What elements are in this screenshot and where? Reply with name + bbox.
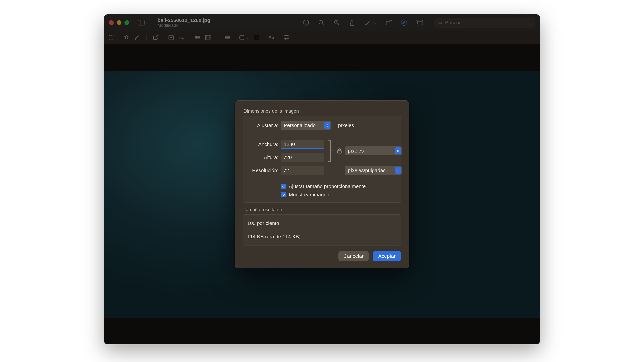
- checkbox-checked-icon: [281, 184, 286, 189]
- adjust-color-icon[interactable]: [194, 34, 200, 41]
- fit-unit-label: píxeles: [338, 122, 402, 128]
- accept-button[interactable]: Aceptar: [373, 251, 401, 261]
- fit-to-select-value: Personalizado: [284, 122, 316, 128]
- height-label: Altura:: [248, 155, 278, 160]
- svg-rect-34: [284, 35, 289, 38]
- svg-line-9: [338, 23, 339, 25]
- titlebar: ⌄ ball-2560612_1280.jpg Modificado: [104, 14, 540, 31]
- instant-alpha-icon[interactable]: [124, 34, 129, 41]
- svg-rect-29: [206, 36, 209, 39]
- window-controls: [109, 20, 129, 25]
- svg-point-27: [196, 38, 197, 39]
- dimensions-section-label: Dimensiones de la imagen: [244, 108, 401, 114]
- resolution-label: Resolución:: [248, 168, 278, 173]
- result-section-label: Tamaño resultante: [244, 207, 401, 212]
- chevron-down-icon[interactable]: ⌄: [276, 36, 278, 39]
- select-arrows-icon: ▲▼: [395, 147, 401, 154]
- result-group: 100 por ciento 114 KB (era de 114 KB): [243, 214, 401, 246]
- minimize-window-button[interactable]: [117, 20, 122, 25]
- svg-rect-12: [386, 21, 390, 25]
- preview-app-window: ⌄ ball-2560612_1280.jpg Modificado: [104, 14, 540, 345]
- resolution-unit-select[interactable]: píxeles/pulgadas ▲▼: [345, 166, 402, 175]
- resample-image-checkbox[interactable]: Muestrear imagen: [281, 192, 402, 198]
- fill-color-icon[interactable]: [254, 34, 259, 41]
- annotate-icon[interactable]: [284, 34, 289, 41]
- letterbox: [104, 44, 540, 71]
- divider: [218, 34, 218, 40]
- crop-icon[interactable]: [415, 18, 424, 27]
- cancel-button[interactable]: Cancelar: [338, 251, 368, 261]
- height-input[interactable]: 720: [281, 153, 324, 162]
- dimensions-group: Ajustar a: Personalizado ▲▼ píxeles Anch…: [243, 116, 401, 203]
- chevron-down-icon[interactable]: ⌄: [374, 21, 377, 25]
- svg-point-16: [439, 21, 442, 24]
- search-placeholder: Buscar: [445, 20, 461, 25]
- info-icon[interactable]: [302, 18, 310, 27]
- svg-rect-35: [338, 150, 341, 153]
- svg-point-13: [401, 20, 407, 25]
- titlebar-tools: ⌄: [302, 18, 424, 27]
- svg-line-6: [322, 23, 324, 25]
- highlighter-icon: [364, 18, 372, 27]
- dimension-unit-select[interactable]: píxeles ▲▼: [345, 146, 402, 155]
- text-tool-icon[interactable]: [168, 34, 174, 41]
- height-value: 720: [284, 155, 292, 160]
- width-input[interactable]: 1280: [281, 140, 324, 149]
- divider: [373, 19, 374, 26]
- svg-line-17: [441, 23, 442, 24]
- border-color-icon[interactable]: [239, 34, 244, 41]
- chevron-down-icon[interactable]: ⌄: [116, 36, 118, 39]
- resolution-value: 72: [284, 168, 289, 173]
- adjust-size-dialog: Dimensiones de la imagen Ajustar a: Pers…: [235, 100, 409, 268]
- svg-point-25: [196, 36, 196, 37]
- scale-proportionally-checkbox[interactable]: Ajustar tamaño proporcionalmente: [281, 184, 402, 189]
- scale-proportionally-label: Ajustar tamaño proporcionalmente: [289, 184, 366, 189]
- svg-rect-0: [138, 20, 144, 25]
- close-window-button[interactable]: [109, 20, 114, 25]
- markup-toolbar: ⌄ ⌄ ⌄: [104, 31, 540, 44]
- draw-tool-icon[interactable]: [134, 34, 140, 41]
- chevron-down-icon[interactable]: ⌄: [161, 36, 163, 39]
- text-style-icon[interactable]: Aa: [268, 34, 274, 41]
- adjust-size-icon[interactable]: [205, 34, 212, 41]
- highlight-button[interactable]: ⌄: [364, 18, 377, 27]
- share-icon[interactable]: [348, 18, 356, 27]
- zoom-out-icon[interactable]: [317, 18, 326, 27]
- resolution-unit-value: píxeles/pulgadas: [348, 168, 386, 173]
- accept-button-label: Aceptar: [378, 253, 396, 259]
- fullscreen-window-button[interactable]: [124, 20, 129, 25]
- fit-to-label: Ajustar a:: [248, 122, 278, 128]
- rotate-icon[interactable]: [384, 18, 393, 27]
- chevron-down-icon[interactable]: ⌄: [246, 36, 249, 39]
- result-size-label: 114 KB (era de 114 KB): [247, 234, 397, 240]
- chevron-down-icon[interactable]: ⌄: [232, 36, 234, 39]
- window-title: ball-2560612_1280.jpg Modificado: [158, 17, 210, 28]
- cancel-button-label: Cancelar: [344, 253, 364, 259]
- zoom-in-icon[interactable]: [332, 18, 341, 27]
- svg-rect-33: [240, 35, 244, 40]
- search-input[interactable]: Buscar: [434, 17, 535, 28]
- svg-rect-14: [416, 20, 423, 25]
- letterbox: [104, 318, 540, 345]
- resolution-input[interactable]: 72: [281, 166, 324, 175]
- line-style-icon[interactable]: [224, 34, 230, 41]
- width-label: Anchura:: [248, 141, 278, 147]
- sidebar-toggle-button[interactable]: ⌄: [138, 20, 148, 25]
- width-value: 1280: [284, 141, 295, 147]
- chevron-down-icon[interactable]: ⌄: [187, 36, 189, 39]
- fit-to-select[interactable]: Personalizado ▲▼: [281, 121, 331, 130]
- selection-tool-icon[interactable]: [109, 34, 114, 41]
- chevron-down-icon[interactable]: ⌄: [261, 36, 263, 39]
- svg-point-3: [306, 21, 306, 22]
- aspect-link-bracket-icon: [327, 140, 334, 162]
- select-arrows-icon: ▲▼: [395, 167, 401, 174]
- select-arrows-icon: ▲▼: [324, 122, 330, 129]
- sign-tool-icon[interactable]: [179, 34, 185, 41]
- modified-label: Modificado: [158, 23, 210, 28]
- sidebar-icon: [138, 20, 144, 25]
- filename-label: ball-2560612_1280.jpg: [158, 17, 210, 23]
- aspect-lock-icon[interactable]: [336, 148, 342, 154]
- shapes-tool-icon[interactable]: [153, 34, 159, 41]
- markup-toggle-icon[interactable]: [400, 18, 408, 27]
- chevron-down-icon: ⌄: [146, 21, 148, 25]
